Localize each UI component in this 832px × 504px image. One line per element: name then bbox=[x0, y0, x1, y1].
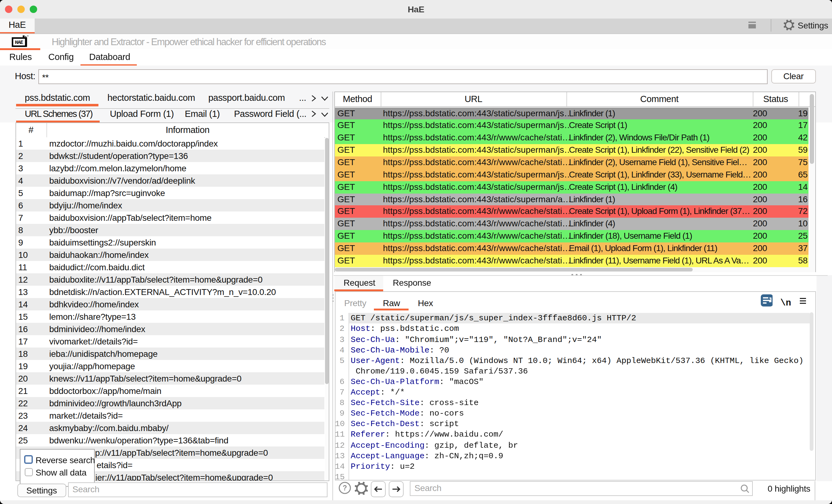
svg-text:?: ? bbox=[342, 484, 347, 492]
svg-text:HAE: HAE bbox=[15, 39, 23, 45]
